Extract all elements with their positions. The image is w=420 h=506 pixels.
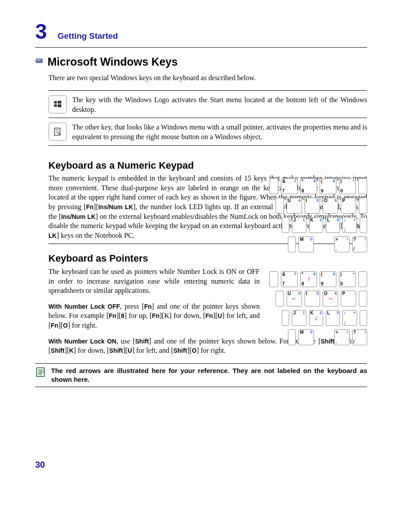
section3-p1: The keyboard can be used as pointers whi… <box>48 267 260 295</box>
arrow-left-icon: ← <box>291 294 298 304</box>
section-numeric-keypad: Keyboard as a Numeric Keypad &77 *88 (99… <box>35 159 367 244</box>
arrow-up-icon: ↑ <box>307 275 310 284</box>
section-windows-keys: Microsoft Windows Keys There are two spe… <box>35 50 367 146</box>
section1-intro: There are two special Windows keys on th… <box>48 73 367 83</box>
svg-rect-2 <box>38 59 39 60</box>
page-number: 30 <box>35 459 45 471</box>
note-box: The red arrows are illustrated here for … <box>35 363 367 388</box>
windows-logo-key-text: The key with the Windows Logo activates … <box>72 95 367 114</box>
svg-rect-5 <box>58 101 61 103</box>
note-text: The red arrows are illustrated here for … <box>51 366 367 384</box>
svg-rect-0 <box>36 59 43 63</box>
menu-key-icon <box>48 122 67 141</box>
svg-rect-6 <box>54 104 57 107</box>
windows-logo-key-icon <box>48 95 67 114</box>
svg-rect-4 <box>54 101 57 104</box>
chapter-number: 3 <box>35 18 47 46</box>
svg-rect-1 <box>37 59 37 60</box>
svg-rect-7 <box>58 104 61 107</box>
arrow-down-icon: ↓ <box>314 314 318 323</box>
divider <box>48 90 367 91</box>
section1-title: Microsoft Windows Keys <box>48 55 178 70</box>
section2-title: Keyboard as a Numeric Keypad <box>48 159 367 172</box>
chapter-name: Getting Started <box>58 30 118 42</box>
section-pointers: Keyboard as Pointers &77 *88↑ (99 )*0 U4… <box>35 252 367 387</box>
chapter-header: 3 Getting Started <box>35 18 367 48</box>
keyboard-icon <box>35 57 43 65</box>
arrow-right-icon: → <box>327 294 334 304</box>
keypad-figure-1: &77 *88 (99 )*0 U4 I5 O6 P- J1 K2 L3 :+; <box>266 178 367 256</box>
section3-title: Keyboard as Pointers <box>48 252 367 265</box>
divider <box>48 145 367 146</box>
section3-p2: With Number Lock OFF, press [Fn] and one… <box>48 302 260 330</box>
svg-rect-3 <box>39 59 40 60</box>
divider <box>48 118 367 118</box>
note-icon <box>35 366 47 378</box>
windows-logo-key-row: The key with the Windows Logo activates … <box>48 95 367 114</box>
menu-key-row: The other key, that looks like a Windows… <box>48 122 367 141</box>
keypad-figure-2: &77 *88↑ (99 )*0 U4← I5 O6→ P- J1 K2↓ L3… <box>266 271 367 349</box>
menu-key-text: The other key, that looks like a Windows… <box>72 122 367 141</box>
